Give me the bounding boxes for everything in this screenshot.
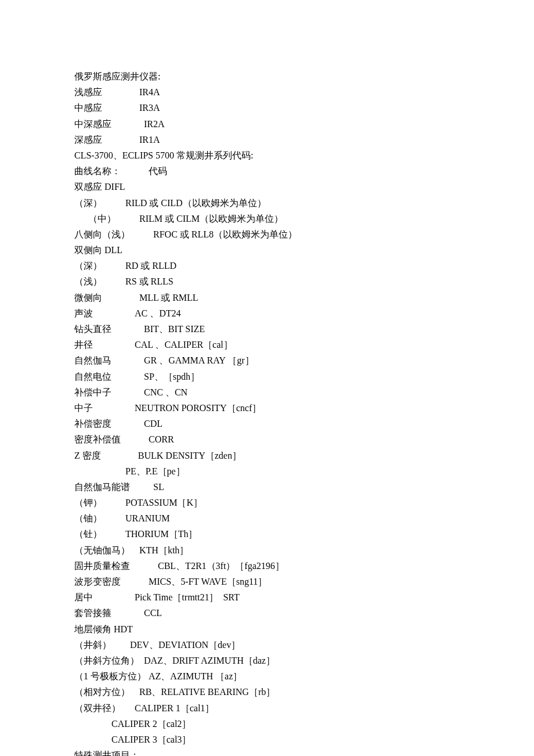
text-line: （1 号极板方位） AZ、AZIMUTH ［az］ (74, 668, 460, 684)
text-line: 密度补偿值 CORR (74, 431, 460, 447)
text-line: CALIPER 3［cal3］ (74, 732, 460, 747)
text-line: （深） RILD 或 CILD（以欧姆米为单位） (74, 195, 460, 211)
text-line: 地层倾角 HDT (74, 621, 460, 637)
text-line: 波形变密度 MICS、5-FT WAVE［sng11］ (74, 574, 460, 589)
text-line: 补偿密度 CDL (74, 416, 460, 431)
text-line: （铀） URANIUM (74, 510, 460, 526)
text-line: 俄罗斯感应测井仪器: (74, 69, 460, 84)
text-line: CALIPER 2［cal2］ (74, 716, 460, 732)
text-line: 双侧向 DLL (74, 242, 460, 258)
text-line: 自然电位 SP、［spdh］ (74, 369, 460, 384)
text-line: （相对方位） RB、RELATIVE BEARING［rb］ (74, 684, 460, 700)
text-line: 声波 AC 、DT24 (74, 305, 460, 321)
document-content: 俄罗斯感应测井仪器:浅感应 IR4A中感应 IR3A中深感应 IR2A深感应 I… (74, 69, 460, 756)
text-line: （井斜方位角） DAZ、DRIFT AZIMUTH［daz］ (74, 653, 460, 668)
text-line: 井径 CAL 、CALIPER［cal］ (74, 337, 460, 352)
text-line: （钾） POTASSIUM［K］ (74, 495, 460, 510)
text-line: 钻头直径 BIT、BIT SIZE (74, 321, 460, 337)
text-line: PE、P.E［pe］ (74, 463, 460, 479)
text-line: CLS-3700、ECLIPS 5700 常规测井系列代码: (74, 147, 460, 163)
text-line: 补偿中子 CNC 、CN (74, 384, 460, 400)
text-line: 自然伽马 GR 、GAMMA RAY ［gr］ (74, 352, 460, 368)
text-line: 曲线名称： 代码 (74, 163, 460, 179)
text-line: 深感应 IR1A (74, 132, 460, 147)
text-line: （浅） RS 或 RLLS (74, 273, 460, 289)
text-line: 自然伽马能谱 SL (74, 479, 460, 495)
text-line: 套管接箍 CCL (74, 605, 460, 621)
text-line: 中深感应 IR2A (74, 116, 460, 132)
text-line: （钍） THORIUM［Th］ (74, 526, 460, 542)
text-line: （双井径） CALIPER 1［cal1］ (74, 700, 460, 716)
text-line: 居中 Pick Time［trmtt21］ SRT (74, 589, 460, 605)
text-line: 特殊测井项目： (74, 747, 460, 756)
text-line: 双感应 DIFL (74, 179, 460, 195)
text-line: （深） RD 或 RLLD (74, 258, 460, 273)
text-line: 中子 NEUTRON POROSITY［cncf］ (74, 400, 460, 416)
text-line: 八侧向（浅） RFOC 或 RLL8（以欧姆米为单位） (74, 226, 460, 242)
text-line: 浅感应 IR4A (74, 84, 460, 100)
text-line: 微侧向 MLL 或 RMLL (74, 290, 460, 305)
text-line: Z 密度 BULK DENSITY［zden］ (74, 448, 460, 463)
text-line: （无铀伽马） KTH［kth］ (74, 542, 460, 558)
text-line: （井斜） DEV、DEVIATION［dev］ (74, 637, 460, 653)
text-line: （中） RILM 或 CILM（以欧姆米为单位） (74, 211, 460, 226)
text-line: 固井质量检查 CBL、T2R1（3ft）［fga2196］ (74, 558, 460, 574)
text-line: 中感应 IR3A (74, 100, 460, 116)
